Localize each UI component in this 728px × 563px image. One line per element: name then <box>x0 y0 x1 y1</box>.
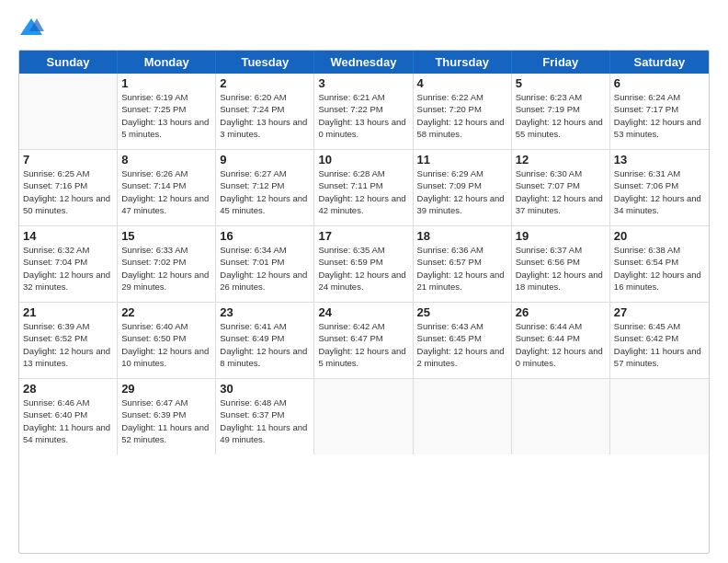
calendar-cell: 16Sunrise: 6:34 AMSunset: 7:01 PMDayligh… <box>216 226 314 302</box>
day-info: Sunrise: 6:31 AMSunset: 7:06 PMDaylight:… <box>614 167 705 216</box>
calendar-cell: 28Sunrise: 6:46 AMSunset: 6:40 PMDayligh… <box>19 379 118 454</box>
day-number: 27 <box>614 305 705 319</box>
day-info: Sunrise: 6:43 AMSunset: 6:45 PMDaylight:… <box>417 320 507 369</box>
calendar-cell: 19Sunrise: 6:37 AMSunset: 6:56 PMDayligh… <box>512 226 610 302</box>
day-info: Sunrise: 6:27 AMSunset: 7:12 PMDaylight:… <box>220 167 310 216</box>
calendar-cell: 1Sunrise: 6:19 AMSunset: 7:25 PMDaylight… <box>118 74 216 149</box>
logo <box>18 15 48 40</box>
calendar-cell: 25Sunrise: 6:43 AMSunset: 6:45 PMDayligh… <box>414 303 512 378</box>
calendar-cell <box>19 74 118 149</box>
calendar-cell <box>314 379 413 454</box>
header-day-monday: Monday <box>118 51 216 74</box>
calendar-row-1: 7Sunrise: 6:25 AMSunset: 7:16 PMDaylight… <box>19 150 709 226</box>
day-number: 18 <box>417 229 507 243</box>
calendar-cell: 29Sunrise: 6:47 AMSunset: 6:39 PMDayligh… <box>118 379 216 454</box>
day-info: Sunrise: 6:35 AMSunset: 6:59 PMDaylight:… <box>318 244 408 293</box>
calendar-cell: 13Sunrise: 6:31 AMSunset: 7:06 PMDayligh… <box>610 150 709 225</box>
day-info: Sunrise: 6:42 AMSunset: 6:47 PMDaylight:… <box>318 320 408 369</box>
calendar-body: 1Sunrise: 6:19 AMSunset: 7:25 PMDaylight… <box>19 74 709 454</box>
day-number: 14 <box>23 229 113 243</box>
calendar-cell: 18Sunrise: 6:36 AMSunset: 6:57 PMDayligh… <box>414 226 512 302</box>
day-info: Sunrise: 6:36 AMSunset: 6:57 PMDaylight:… <box>417 244 507 293</box>
day-info: Sunrise: 6:45 AMSunset: 6:42 PMDaylight:… <box>614 320 705 369</box>
day-number: 1 <box>121 76 211 90</box>
calendar-cell: 30Sunrise: 6:48 AMSunset: 6:37 PMDayligh… <box>216 379 314 454</box>
page: SundayMondayTuesdayWednesdayThursdayFrid… <box>0 0 728 563</box>
logo-icon <box>18 15 44 40</box>
calendar-cell: 11Sunrise: 6:29 AMSunset: 7:09 PMDayligh… <box>414 150 512 225</box>
day-info: Sunrise: 6:20 AMSunset: 7:24 PMDaylight:… <box>220 91 310 140</box>
header-day-wednesday: Wednesday <box>314 51 413 74</box>
day-number: 2 <box>220 76 310 90</box>
calendar-cell: 8Sunrise: 6:26 AMSunset: 7:14 PMDaylight… <box>118 150 216 225</box>
day-number: 9 <box>220 153 310 167</box>
calendar-cell: 4Sunrise: 6:22 AMSunset: 7:20 PMDaylight… <box>414 74 512 149</box>
day-info: Sunrise: 6:24 AMSunset: 7:17 PMDaylight:… <box>614 91 705 140</box>
calendar-cell: 23Sunrise: 6:41 AMSunset: 6:49 PMDayligh… <box>216 303 314 378</box>
day-number: 30 <box>220 382 310 396</box>
day-info: Sunrise: 6:37 AMSunset: 6:56 PMDaylight:… <box>516 244 606 293</box>
day-info: Sunrise: 6:48 AMSunset: 6:37 PMDaylight:… <box>220 396 310 445</box>
calendar: SundayMondayTuesdayWednesdayThursdayFrid… <box>18 50 710 554</box>
day-info: Sunrise: 6:25 AMSunset: 7:16 PMDaylight:… <box>23 167 113 216</box>
calendar-cell <box>512 379 610 454</box>
day-number: 26 <box>516 305 606 319</box>
day-number: 12 <box>516 153 606 167</box>
day-number: 3 <box>318 76 408 90</box>
calendar-row-2: 14Sunrise: 6:32 AMSunset: 7:04 PMDayligh… <box>19 226 709 303</box>
day-info: Sunrise: 6:19 AMSunset: 7:25 PMDaylight:… <box>121 91 211 140</box>
calendar-cell: 21Sunrise: 6:39 AMSunset: 6:52 PMDayligh… <box>19 303 118 378</box>
day-number: 8 <box>121 153 211 167</box>
day-info: Sunrise: 6:29 AMSunset: 7:09 PMDaylight:… <box>417 167 507 216</box>
day-number: 23 <box>220 305 310 319</box>
calendar-row-4: 28Sunrise: 6:46 AMSunset: 6:40 PMDayligh… <box>19 379 709 454</box>
calendar-cell: 20Sunrise: 6:38 AMSunset: 6:54 PMDayligh… <box>610 226 709 302</box>
day-number: 19 <box>516 229 606 243</box>
header-day-sunday: Sunday <box>19 51 118 74</box>
day-info: Sunrise: 6:33 AMSunset: 7:02 PMDaylight:… <box>121 244 211 293</box>
calendar-cell: 15Sunrise: 6:33 AMSunset: 7:02 PMDayligh… <box>118 226 216 302</box>
day-info: Sunrise: 6:26 AMSunset: 7:14 PMDaylight:… <box>121 167 211 216</box>
day-number: 6 <box>614 76 705 90</box>
day-number: 16 <box>220 229 310 243</box>
calendar-row-3: 21Sunrise: 6:39 AMSunset: 6:52 PMDayligh… <box>19 303 709 379</box>
day-number: 10 <box>318 153 408 167</box>
day-number: 5 <box>516 76 606 90</box>
calendar-cell: 9Sunrise: 6:27 AMSunset: 7:12 PMDaylight… <box>216 150 314 225</box>
day-info: Sunrise: 6:23 AMSunset: 7:19 PMDaylight:… <box>516 91 606 140</box>
header-day-tuesday: Tuesday <box>216 51 314 74</box>
calendar-cell: 14Sunrise: 6:32 AMSunset: 7:04 PMDayligh… <box>19 226 118 302</box>
calendar-row-0: 1Sunrise: 6:19 AMSunset: 7:25 PMDaylight… <box>19 74 709 150</box>
calendar-cell: 17Sunrise: 6:35 AMSunset: 6:59 PMDayligh… <box>314 226 413 302</box>
calendar-cell: 22Sunrise: 6:40 AMSunset: 6:50 PMDayligh… <box>118 303 216 378</box>
day-info: Sunrise: 6:40 AMSunset: 6:50 PMDaylight:… <box>121 320 211 369</box>
calendar-cell: 10Sunrise: 6:28 AMSunset: 7:11 PMDayligh… <box>314 150 413 225</box>
calendar-cell: 24Sunrise: 6:42 AMSunset: 6:47 PMDayligh… <box>314 303 413 378</box>
day-number: 17 <box>318 229 408 243</box>
day-number: 24 <box>318 305 408 319</box>
day-number: 4 <box>417 76 507 90</box>
day-number: 22 <box>121 305 211 319</box>
day-number: 28 <box>23 382 113 396</box>
calendar-header: SundayMondayTuesdayWednesdayThursdayFrid… <box>19 51 709 74</box>
day-info: Sunrise: 6:47 AMSunset: 6:39 PMDaylight:… <box>121 396 211 445</box>
day-number: 20 <box>614 229 705 243</box>
day-info: Sunrise: 6:30 AMSunset: 7:07 PMDaylight:… <box>516 167 606 216</box>
day-info: Sunrise: 6:44 AMSunset: 6:44 PMDaylight:… <box>516 320 606 369</box>
day-number: 15 <box>121 229 211 243</box>
header-day-thursday: Thursday <box>414 51 512 74</box>
day-info: Sunrise: 6:41 AMSunset: 6:49 PMDaylight:… <box>220 320 310 369</box>
calendar-cell: 3Sunrise: 6:21 AMSunset: 7:22 PMDaylight… <box>314 74 413 149</box>
header <box>18 15 710 40</box>
day-info: Sunrise: 6:21 AMSunset: 7:22 PMDaylight:… <box>318 91 408 140</box>
calendar-cell: 7Sunrise: 6:25 AMSunset: 7:16 PMDaylight… <box>19 150 118 225</box>
calendar-cell: 6Sunrise: 6:24 AMSunset: 7:17 PMDaylight… <box>610 74 709 149</box>
day-info: Sunrise: 6:39 AMSunset: 6:52 PMDaylight:… <box>23 320 113 369</box>
day-number: 11 <box>417 153 507 167</box>
calendar-cell: 2Sunrise: 6:20 AMSunset: 7:24 PMDaylight… <box>216 74 314 149</box>
day-number: 29 <box>121 382 211 396</box>
day-info: Sunrise: 6:32 AMSunset: 7:04 PMDaylight:… <box>23 244 113 293</box>
day-info: Sunrise: 6:34 AMSunset: 7:01 PMDaylight:… <box>220 244 310 293</box>
header-day-saturday: Saturday <box>610 51 709 74</box>
day-number: 13 <box>614 153 705 167</box>
